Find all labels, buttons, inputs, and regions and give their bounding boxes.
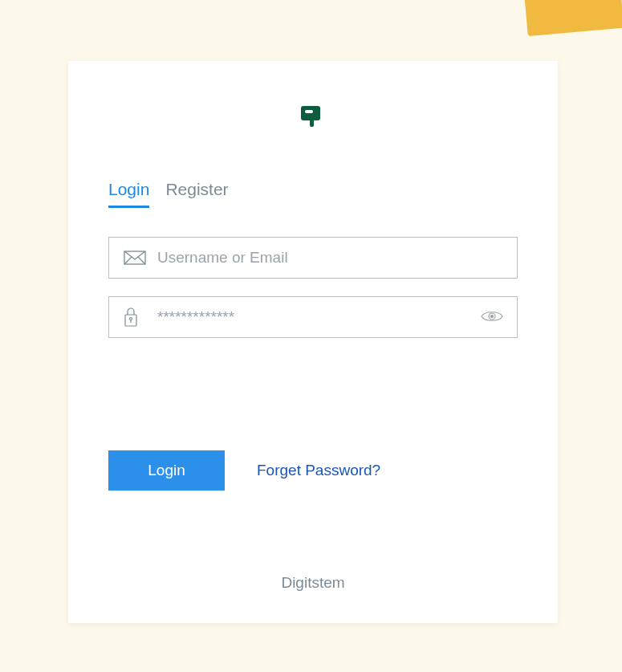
decorative-corner: [524, 0, 622, 36]
svg-rect-2: [310, 117, 314, 127]
brand-logo-icon: [301, 106, 325, 128]
password-row: [108, 296, 518, 338]
eye-icon: [480, 309, 504, 326]
svg-point-8: [491, 315, 494, 317]
svg-rect-1: [305, 110, 313, 113]
toggle-password-visibility-button[interactable]: [480, 309, 504, 326]
username-row: [108, 237, 518, 279]
action-row: Login Forget Password?: [108, 450, 518, 491]
logo-container: [68, 61, 558, 132]
lock-icon: [124, 307, 148, 328]
forgot-password-link[interactable]: Forget Password?: [257, 462, 380, 479]
footer-brand-text: Digitstem: [108, 574, 518, 592]
login-button[interactable]: Login: [108, 450, 225, 491]
password-input[interactable]: [148, 308, 480, 326]
tab-register[interactable]: Register: [165, 180, 228, 208]
form-content: Login Register: [68, 132, 558, 592]
envelope-icon: [124, 250, 148, 265]
login-card: Login Register: [68, 61, 558, 623]
username-input[interactable]: [148, 249, 504, 267]
auth-tabs: Login Register: [108, 180, 518, 208]
tab-login[interactable]: Login: [108, 180, 149, 208]
